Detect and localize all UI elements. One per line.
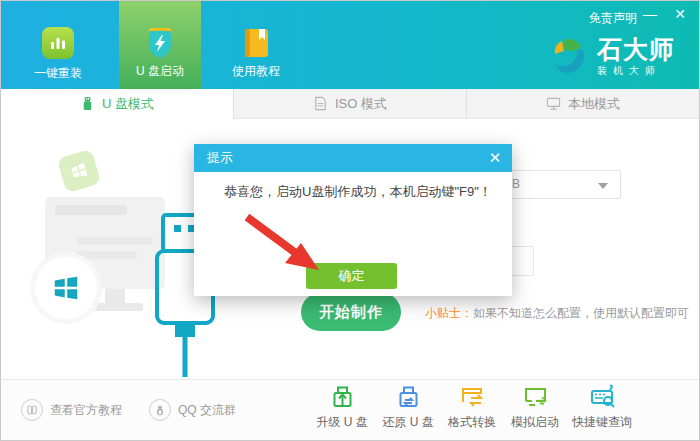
dialog-titlebar: 提示 ✕ bbox=[194, 144, 512, 172]
usb-restore-icon bbox=[395, 384, 422, 411]
book-icon bbox=[238, 25, 274, 61]
partial-input-box bbox=[510, 246, 534, 276]
monitor-illustration-strip bbox=[55, 205, 127, 215]
monitor-illustration-line bbox=[77, 251, 137, 259]
dialog-message: 恭喜您，启动U盘制作成功，本机启动键"F9"！ bbox=[224, 182, 498, 201]
dialog-close-button[interactable]: ✕ bbox=[484, 147, 506, 169]
nav-item-tutorial[interactable]: 使用教程 bbox=[215, 1, 297, 89]
tab-local-mode[interactable]: 本地模式 bbox=[466, 89, 699, 119]
usb-drive-icon bbox=[80, 96, 95, 111]
tool-restore-usb-label: 还原 U 盘 bbox=[373, 414, 443, 431]
chevron-down-icon bbox=[598, 183, 608, 189]
brand-logo-icon bbox=[549, 37, 589, 77]
windows-tile-icon bbox=[57, 149, 102, 194]
tool-hotkey-query-label: 快捷键查询 bbox=[567, 414, 637, 431]
tab-local-label: 本地模式 bbox=[568, 95, 620, 113]
dialog-title: 提示 bbox=[207, 144, 233, 172]
footer: 查看官方教程 QQ 交流群 升级 U 盘 bbox=[1, 379, 699, 441]
official-tutorial-link[interactable]: 查看官方教程 bbox=[21, 398, 122, 422]
tool-restore-usb[interactable]: 还原 U 盘 bbox=[373, 384, 443, 431]
monitor-icon bbox=[546, 96, 561, 111]
tip-body: 如果不知道怎么配置，使用默认配置即可 bbox=[473, 306, 689, 320]
hotkey-query-icon bbox=[589, 384, 616, 411]
tip-label: 小贴士： bbox=[425, 306, 473, 320]
tab-iso-mode[interactable]: ISO 模式 bbox=[233, 89, 466, 119]
tab-usb-mode[interactable]: U 盘模式 bbox=[1, 89, 233, 119]
official-tutorial-label: 查看官方教程 bbox=[50, 402, 122, 419]
tool-upgrade-usb-label: 升级 U 盘 bbox=[307, 414, 377, 431]
brand-logo: 石大师 装机大师 bbox=[549, 29, 695, 85]
tip-text: 小贴士：如果不知道怎么配置，使用默认配置即可 bbox=[425, 305, 689, 322]
nav-label-usb-boot: U 盘启动 bbox=[119, 63, 201, 80]
tool-simulate-boot-label: 模拟启动 bbox=[500, 414, 570, 431]
simulate-boot-icon bbox=[522, 384, 549, 411]
app-window: 一键重装 U 盘启动 使用教程 免责声明 — bbox=[0, 0, 700, 441]
tool-hotkey-query[interactable]: 快捷键查询 bbox=[567, 384, 637, 431]
tab-usb-label: U 盘模式 bbox=[102, 95, 154, 113]
tool-format-convert-label: 格式转换 bbox=[437, 414, 507, 431]
ok-button[interactable]: 确定 bbox=[306, 263, 397, 289]
shield-lightning-icon bbox=[142, 25, 178, 61]
close-button[interactable]: ✕ bbox=[669, 4, 691, 24]
device-select[interactable]: B bbox=[508, 170, 621, 199]
device-select-value: B bbox=[512, 177, 520, 191]
brand-tagline: 装机大师 bbox=[597, 64, 675, 78]
start-make-button[interactable]: 开始制作 bbox=[301, 293, 401, 331]
minimize-button[interactable]: — bbox=[639, 4, 661, 24]
tool-upgrade-usb[interactable]: 升级 U 盘 bbox=[307, 384, 377, 431]
monitor-illustration-base bbox=[87, 303, 143, 311]
nav-label-tutorial: 使用教程 bbox=[215, 63, 297, 80]
disclaimer-link[interactable]: 免责声明 bbox=[589, 10, 637, 27]
brand-name: 石大师 bbox=[597, 36, 675, 62]
format-convert-icon bbox=[459, 384, 486, 411]
tool-simulate-boot[interactable]: 模拟启动 bbox=[500, 384, 570, 431]
qq-group-link[interactable]: QQ 交流群 bbox=[149, 398, 236, 422]
nav-item-reinstall[interactable]: 一键重装 bbox=[17, 1, 99, 89]
qq-group-label: QQ 交流群 bbox=[178, 402, 236, 419]
mode-tabbar: U 盘模式 ISO 模式 本地模式 bbox=[1, 89, 699, 119]
monitor-illustration-line bbox=[77, 237, 153, 245]
monitor-illustration-stand bbox=[105, 289, 125, 303]
usb-upgrade-icon bbox=[329, 384, 356, 411]
windows-logo-badge bbox=[35, 257, 97, 319]
tab-iso-label: ISO 模式 bbox=[335, 95, 387, 113]
prompt-dialog: 提示 ✕ 恭喜您，启动U盘制作成功，本机启动键"F9"！ 确定 bbox=[194, 144, 512, 296]
tool-format-convert[interactable]: 格式转换 bbox=[437, 384, 507, 431]
iso-file-icon bbox=[313, 96, 328, 111]
header: 一键重装 U 盘启动 使用教程 免责声明 — bbox=[1, 1, 699, 89]
nav-label-reinstall: 一键重装 bbox=[17, 65, 99, 82]
tutorial-book-icon bbox=[21, 399, 43, 421]
qq-penguin-icon bbox=[149, 399, 171, 421]
bar-chart-icon bbox=[40, 27, 76, 63]
nav-item-usb-boot[interactable]: U 盘启动 bbox=[119, 1, 201, 89]
